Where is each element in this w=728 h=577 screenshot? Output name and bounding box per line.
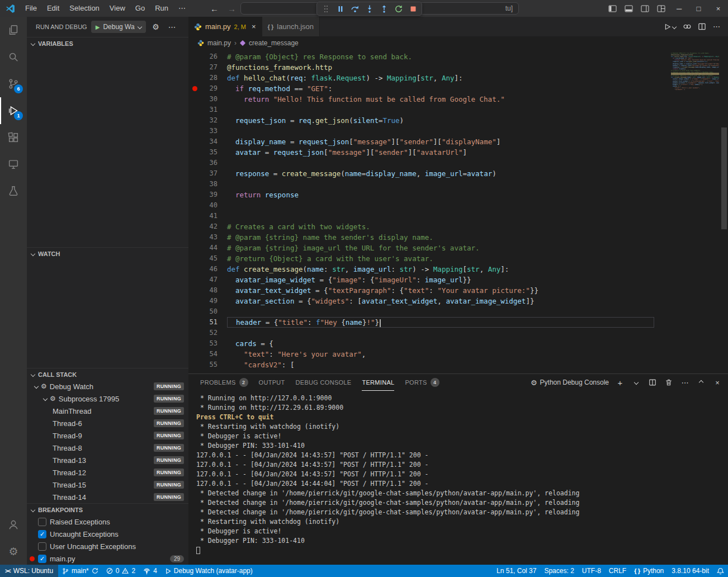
code-text[interactable]: request_json = req.get_json(silent=True)	[227, 115, 654, 126]
menu-run[interactable]: Run	[150, 0, 173, 17]
tab-launch-json[interactable]: { } launch.json	[262, 17, 320, 36]
extensions-icon[interactable]	[0, 124, 27, 151]
toggle-secondary-sidebar-icon[interactable]	[637, 0, 653, 17]
breakpoint-margin[interactable]	[188, 349, 201, 360]
tab-debug-console[interactable]: DEBUG CONSOLE	[296, 374, 352, 391]
code-line[interactable]: 37 response = create_message(name=displa…	[188, 168, 728, 179]
breakpoint-margin[interactable]	[188, 275, 201, 285]
breakpoint-margin[interactable]	[188, 360, 201, 370]
code-text[interactable]: response = create_message(name=display_n…	[227, 168, 654, 179]
toolbar-grip-icon[interactable]	[319, 2, 333, 15]
code-line[interactable]: 49 avatar_section = {"widgets": [avatar_…	[188, 296, 728, 306]
breakpoint-checkbox[interactable]	[38, 542, 46, 551]
kill-terminal-icon[interactable]	[664, 377, 674, 387]
code-text[interactable]	[227, 158, 654, 168]
editor-more-icon[interactable]: ⋯	[713, 22, 720, 31]
run-python-file-button[interactable]	[663, 23, 676, 31]
code-text[interactable]: header = {"title": f"Hey {name}!"}	[227, 317, 654, 328]
debug-step-over-icon[interactable]	[348, 2, 362, 15]
breakpoint-margin[interactable]	[188, 158, 201, 168]
code-line[interactable]: 32 request_json = req.get_json(silent=Tr…	[188, 115, 728, 126]
testing-icon[interactable]	[0, 178, 27, 205]
code-text[interactable]: avatar_section = {"widgets": [avatar_tex…	[227, 296, 654, 306]
breakpoint-margin[interactable]	[188, 285, 201, 296]
code-line[interactable]: 51 header = {"title": f"Hey {name}!"}	[188, 317, 728, 328]
code-line[interactable]: 53 cards = {	[188, 338, 728, 349]
code-line[interactable]: 38	[188, 179, 728, 190]
code-line[interactable]: 27@functions_framework.http	[188, 62, 728, 73]
code-text[interactable]: # Creates a card with two widgets.	[227, 221, 654, 232]
sidebar-more-icon[interactable]: ⋯	[166, 22, 178, 31]
debug-restart-icon[interactable]	[391, 2, 405, 15]
remote-explorer-icon[interactable]	[0, 151, 27, 178]
code-text[interactable]	[227, 200, 654, 211]
breakpoint-row[interactable]: Raised Exceptions	[27, 515, 188, 528]
code-text[interactable]: def hello_chat(req: flask.Request) -> Ma…	[227, 73, 654, 83]
code-line[interactable]: 48 avatar_text_widget = {"textParagraph"…	[188, 285, 728, 296]
window-minimize-icon[interactable]: ─	[669, 0, 689, 17]
code-text[interactable]: def create_message(name: str, image_url:…	[227, 264, 654, 275]
breakpoint-checkbox[interactable]: ✓	[38, 555, 46, 563]
code-text[interactable]: if req.method == "GET":	[227, 83, 654, 94]
code-line[interactable]: 29 if req.method == "GET":	[188, 83, 728, 94]
editor-scrollbar[interactable]	[721, 127, 727, 229]
menu-selection[interactable]: Selection	[64, 0, 104, 17]
breakpoint-margin[interactable]	[188, 328, 201, 338]
minimap[interactable]: # @param {Object} res Response to send b…	[671, 53, 719, 91]
window-maximize-icon[interactable]: □	[689, 0, 708, 17]
code-text[interactable]	[227, 328, 654, 338]
menu-edit[interactable]: Edit	[42, 0, 64, 17]
code-text[interactable]: # @param {Object} res Response to send b…	[227, 51, 654, 62]
code-line[interactable]: 47 avatar_image_widget = {"image": {"ima…	[188, 275, 728, 285]
breakpoint-margin[interactable]	[188, 51, 201, 62]
code-line[interactable]: 50	[188, 306, 728, 317]
code-line[interactable]: 43# @param {string} name the sender's di…	[188, 232, 728, 243]
indentation-indicator[interactable]: Spaces: 2	[540, 565, 578, 577]
python-interpreter[interactable]: 3.8.10 64-bit	[668, 565, 713, 577]
breakpoint-margin[interactable]	[188, 200, 201, 211]
debug-step-out-icon[interactable]	[377, 2, 391, 15]
cursor-position[interactable]: Ln 51, Col 37	[493, 565, 540, 577]
code-text[interactable]: avatar_image_widget = {"image": {"imageU…	[227, 275, 654, 285]
code-line[interactable]: 42# Creates a card with two widgets.	[188, 221, 728, 232]
close-panel-icon[interactable]: ×	[712, 377, 722, 387]
breakpoint-row[interactable]: User Uncaught Exceptions	[27, 540, 188, 552]
breakpoint-margin[interactable]	[188, 136, 201, 147]
tab-ports[interactable]: PORTS 4	[405, 374, 439, 391]
code-line[interactable]: 33	[188, 126, 728, 136]
breakpoint-margin[interactable]	[188, 211, 201, 221]
breakpoint-margin[interactable]	[188, 264, 201, 275]
code-line[interactable]: 34 display_name = request_json["message"…	[188, 136, 728, 147]
problems-indicator[interactable]: 0 2	[102, 565, 139, 577]
breakpoint-margin[interactable]	[188, 253, 201, 264]
breakpoint-margin[interactable]	[188, 179, 201, 190]
split-editor-icon[interactable]	[698, 22, 706, 31]
menu-overflow-icon[interactable]: ⋯	[173, 0, 191, 17]
call-stack-row[interactable]: MainThreadRUNNING	[27, 405, 188, 417]
watch-section-header[interactable]: WATCH	[27, 247, 188, 259]
source-control-icon[interactable]: 6	[0, 70, 27, 97]
split-terminal-icon[interactable]	[647, 377, 658, 387]
code-text[interactable]: avatar = request_json["message"]["sender…	[227, 147, 654, 158]
breakpoint-margin[interactable]	[188, 94, 201, 105]
call-stack-section-header[interactable]: CALL STACK	[27, 368, 188, 380]
breakpoint-margin[interactable]	[188, 190, 201, 200]
terminal-profile[interactable]: ⚙ Python Debug Console	[531, 379, 609, 387]
tab-problems[interactable]: PROBLEMS 2	[200, 374, 248, 391]
breakpoint-checkbox[interactable]: ✓	[38, 530, 46, 538]
notifications-bell[interactable]	[713, 565, 728, 577]
code-line[interactable]: 44# @param {string} image_url the URL fo…	[188, 243, 728, 253]
search-icon[interactable]	[0, 44, 27, 70]
breakpoint-margin[interactable]	[188, 126, 201, 136]
terminal-profile-chevron-icon[interactable]	[631, 377, 641, 387]
terminal-output[interactable]: * Running on http://127.0.0.1:9000 * Run…	[188, 391, 728, 565]
code-text[interactable]: "cardsV2": [	[227, 360, 654, 370]
start-debug-icon[interactable]: ▶	[96, 24, 100, 30]
breakpoint-margin[interactable]	[188, 147, 201, 158]
code-text[interactable]: # @param {string} name the sender's disp…	[227, 232, 654, 243]
code-line[interactable]: 45# @return {Object} a card with the use…	[188, 253, 728, 264]
debug-step-into-icon[interactable]	[362, 2, 376, 15]
breakpoint-margin[interactable]	[188, 317, 201, 328]
tab-main-py[interactable]: main.py 2, M ×	[188, 17, 262, 36]
breadcrumb-symbol[interactable]: create_message	[249, 39, 299, 47]
